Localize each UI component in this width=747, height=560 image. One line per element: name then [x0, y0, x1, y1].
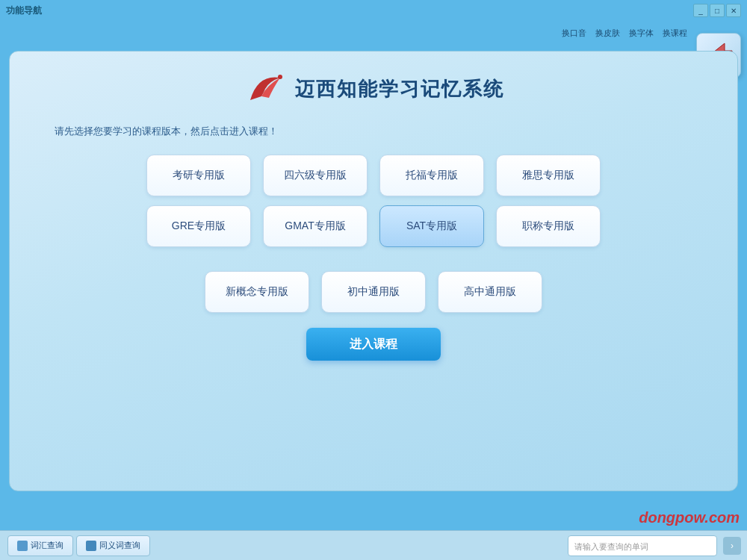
change-voice-btn[interactable]: 换口音: [562, 28, 586, 39]
change-course-btn[interactable]: 换课程: [663, 28, 687, 39]
course-grid-row12: 考研专用版 四六级专用版 托福专用版 雅思专用版 GRE专用版 GMAT专用版 …: [146, 155, 601, 256]
course-btn-senior[interactable]: 高中通用版: [438, 271, 542, 313]
title-bar: 功能导航 _ □ ✕: [0, 0, 747, 21]
logo-icon: [243, 66, 288, 111]
course-btn-kaoyan[interactable]: 考研专用版: [146, 155, 251, 196]
change-font-btn[interactable]: 换字体: [629, 28, 654, 39]
synonym-icon: [86, 541, 96, 551]
close-btn[interactable]: ✕: [726, 4, 741, 17]
logo-area: 迈西知能学习记忆系统: [243, 66, 504, 111]
course-btn-toefl[interactable]: 托福专用版: [379, 155, 484, 196]
logo-text: 迈西知能学习记忆系统: [295, 76, 504, 102]
course-btn-sat[interactable]: SAT专用版: [379, 205, 484, 247]
subtitle: 请先选择您要学习的课程版本，然后点击进入课程！: [55, 125, 278, 138]
title-bar-controls: _ □ ✕: [693, 0, 741, 21]
maximize-btn[interactable]: □: [710, 4, 725, 17]
course-row3: 新概念专用版 初中通用版 高中通用版: [205, 271, 542, 313]
bottom-tabs: 词汇查询 同义词查询: [7, 535, 150, 556]
course-btn-xingainian[interactable]: 新概念专用版: [205, 271, 309, 313]
course-btn-zhicheng[interactable]: 职称专用版: [496, 205, 601, 247]
course-btn-gre[interactable]: GRE专用版: [146, 205, 251, 247]
main-area: 迈西知能学习记忆系统 请先选择您要学习的课程版本，然后点击进入课程！ 考研专用版…: [9, 51, 738, 491]
synonym-query-tab[interactable]: 同义词查询: [76, 535, 150, 556]
course-btn-sijiliu[interactable]: 四六级专用版: [263, 155, 368, 196]
change-skin-btn[interactable]: 换皮肤: [595, 28, 620, 39]
watermark: dongpow.com: [639, 509, 740, 526]
enter-course-btn[interactable]: 进入课程: [306, 328, 441, 361]
toolbar: 换口音 换皮肤 换字体 换课程: [0, 21, 747, 45]
vocab-icon: [17, 541, 28, 551]
title-bar-text: 功能导航: [6, 4, 42, 17]
course-btn-junior[interactable]: 初中通用版: [321, 271, 426, 313]
minimize-btn[interactable]: _: [693, 4, 708, 17]
search-arrow-btn[interactable]: ›: [723, 537, 741, 555]
bottom-bar: 词汇查询 同义词查询 请输入要查询的单词 ›: [0, 530, 747, 560]
vocab-query-tab[interactable]: 词汇查询: [7, 535, 73, 556]
course-btn-ielts[interactable]: 雅思专用版: [496, 155, 601, 196]
course-btn-gmat[interactable]: GMAT专用版: [263, 205, 368, 247]
search-placeholder-text: 请输入要查询的单词: [568, 535, 717, 556]
svg-point-2: [278, 75, 282, 79]
